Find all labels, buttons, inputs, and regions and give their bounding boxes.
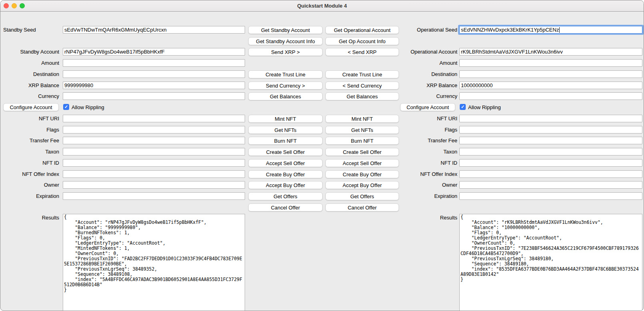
standby-amount-label: Amount [0, 59, 59, 67]
operational-account-label: Operational Account [399, 48, 457, 56]
standby-expiration-input[interactable] [63, 192, 245, 200]
operational-amount-label: Amount [399, 59, 457, 67]
send-currency-to-operational-button[interactable]: Send Currency > [248, 82, 323, 90]
operational-seed-label: Operational Seed [399, 26, 457, 34]
send-xrp-to-operational-button[interactable]: Send XRP > [248, 48, 323, 56]
standby-accept-buy-offer-button[interactable]: Accept Buy Offer [248, 181, 323, 189]
operational-get-balances-button[interactable]: Get Balances [325, 92, 399, 100]
standby-create-trust-line-button[interactable]: Create Trust Line [248, 70, 323, 78]
operational-nft-uri-input[interactable] [459, 115, 642, 122]
standby-taxon-input[interactable] [63, 148, 245, 156]
standby-seed-input[interactable] [63, 26, 245, 34]
operational-nft-offer-index-input[interactable] [459, 170, 642, 178]
standby-seed-label: Standby Seed [3, 26, 62, 34]
standby-get-nfts-button[interactable]: Get NFTs [248, 126, 323, 134]
send-xrp-to-standby-button[interactable]: < Send XRP [325, 48, 399, 56]
standby-taxon-label: Taxon [0, 148, 59, 156]
operational-configure-account-button[interactable]: Configure Account [400, 103, 455, 111]
standby-destination-label: Destination [0, 70, 59, 78]
operational-xrp-balance-input[interactable] [459, 82, 642, 89]
standby-destination-input[interactable] [63, 70, 245, 78]
operational-cancel-offer-button[interactable]: Cancel Offer [325, 203, 399, 211]
standby-results-label: Results [0, 214, 59, 221]
operational-amount-input[interactable] [459, 59, 642, 67]
standby-burn-nft-button[interactable]: Burn NFT [248, 137, 323, 145]
standby-allow-rippling-checkbox[interactable] [63, 104, 69, 110]
operational-accept-sell-offer-button[interactable]: Accept Sell Offer [325, 159, 399, 167]
operational-taxon-label: Taxon [399, 148, 457, 156]
standby-get-offers-button[interactable]: Get Offers [248, 192, 323, 200]
get-op-account-info-button[interactable]: Get Op Account Info [325, 37, 399, 45]
standby-currency-label: Currency [0, 92, 59, 100]
standby-get-balances-button[interactable]: Get Balances [248, 92, 323, 100]
operational-create-sell-offer-button[interactable]: Create Sell Offer [325, 148, 399, 156]
standby-configure-account-button[interactable]: Configure Account [3, 103, 59, 111]
operational-results-textarea[interactable]: { "Account": "rK9LBRhStdmtAaVdJXGVF1LnKW… [459, 214, 642, 311]
minimize-button[interactable] [12, 3, 17, 8]
operational-accept-buy-offer-button[interactable]: Accept Buy Offer [325, 181, 399, 189]
standby-account-input[interactable] [63, 48, 245, 56]
operational-owner-input[interactable] [459, 181, 642, 189]
standby-flags-label: Flags [0, 126, 59, 134]
operational-create-buy-offer-button[interactable]: Create Buy Offer [325, 170, 399, 178]
operational-transfer-fee-input[interactable] [459, 137, 642, 144]
operational-burn-nft-button[interactable]: Burn NFT [325, 137, 399, 145]
operational-results-label: Results [399, 214, 457, 221]
standby-mint-nft-button[interactable]: Mint NFT [248, 115, 323, 123]
operational-seed-value: sEdVNNZHWvDxpck3EkBKrK1Yp5pCENz [461, 27, 559, 33]
standby-transfer-fee-label: Transfer Fee [0, 137, 59, 144]
send-currency-to-standby-button[interactable]: < Send Currency [325, 82, 399, 90]
operational-currency-label: Currency [399, 92, 457, 100]
window-controls [4, 3, 25, 8]
operational-owner-label: Owner [399, 181, 457, 189]
operational-nft-uri-label: NFT URI [399, 115, 457, 122]
operational-account-input[interactable] [459, 48, 642, 56]
operational-transfer-fee-label: Transfer Fee [399, 137, 457, 144]
standby-create-sell-offer-button[interactable]: Create Sell Offer [248, 148, 323, 156]
standby-expiration-label: Expiration [0, 192, 59, 200]
operational-flags-input[interactable] [459, 126, 642, 134]
standby-transfer-fee-input[interactable] [63, 137, 245, 144]
standby-accept-sell-offer-button[interactable]: Accept Sell Offer [248, 159, 323, 167]
operational-destination-input[interactable] [459, 70, 642, 78]
close-button[interactable] [4, 3, 9, 8]
standby-nft-uri-input[interactable] [63, 115, 245, 122]
operational-allow-rippling-checkbox[interactable] [460, 104, 466, 110]
get-standby-account-info-button[interactable]: Get Standby Account Info [248, 37, 323, 45]
get-operational-account-button[interactable]: Get Operational Account [325, 26, 399, 34]
operational-mint-nft-button[interactable]: Mint NFT [325, 115, 399, 123]
operational-seed-input[interactable]: sEdVNNZHWvDxpck3EkBKrK1Yp5pCENz [459, 26, 642, 34]
standby-currency-input[interactable] [63, 92, 245, 100]
operational-xrp-balance-label: XRP Balance [399, 82, 457, 89]
standby-nft-offer-index-label: NFT Offer Index [0, 170, 59, 178]
operational-create-trust-line-button[interactable]: Create Trust Line [325, 70, 399, 78]
standby-xrp-balance-label: XRP Balance [0, 82, 59, 89]
standby-owner-input[interactable] [63, 181, 245, 189]
operational-taxon-input[interactable] [459, 148, 642, 156]
operational-currency-input[interactable] [459, 92, 642, 100]
standby-amount-input[interactable] [63, 59, 245, 67]
standby-nft-id-input[interactable] [63, 159, 245, 167]
standby-create-buy-offer-button[interactable]: Create Buy Offer [248, 170, 323, 178]
get-standby-account-button[interactable]: Get Standby Account [248, 26, 323, 34]
standby-flags-input[interactable] [63, 126, 245, 134]
operational-expiration-input[interactable] [459, 192, 642, 200]
operational-destination-label: Destination [399, 70, 457, 78]
operational-get-nfts-button[interactable]: Get NFTs [325, 126, 399, 134]
standby-nft-offer-index-input[interactable] [63, 170, 245, 178]
standby-nft-id-label: NFT ID [0, 159, 59, 167]
standby-results-textarea[interactable]: { "Account": "rNP47gJFvDyW8gsDo4weB17if5… [63, 214, 245, 311]
standby-owner-label: Owner [0, 181, 59, 189]
operational-expiration-label: Expiration [399, 192, 457, 200]
standby-nft-uri-label: NFT URI [0, 115, 59, 122]
operational-get-offers-button[interactable]: Get Offers [325, 192, 399, 200]
operational-nft-offer-index-label: NFT Offer Index [399, 170, 457, 178]
zoom-button[interactable] [20, 3, 25, 8]
operational-nft-id-input[interactable] [459, 159, 642, 167]
standby-allow-rippling-label: Allow Rippling [72, 103, 104, 111]
standby-account-label: Standby Account [0, 48, 59, 56]
operational-flags-label: Flags [399, 126, 457, 134]
standby-xrp-balance-input[interactable] [63, 82, 245, 89]
standby-cancel-offer-button[interactable]: Cancel Offer [248, 203, 323, 211]
text-caret [559, 27, 560, 33]
